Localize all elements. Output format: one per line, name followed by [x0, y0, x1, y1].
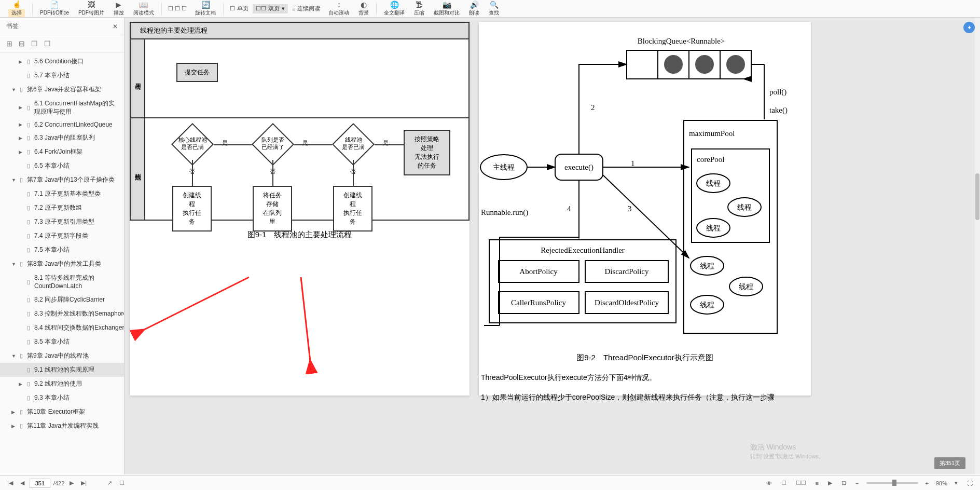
- continuous-button[interactable]: ≡ 连续阅读: [289, 4, 323, 13]
- paragraph-1: ThreadPoolExecutor执行execute方法分下面4种情况。: [481, 373, 795, 383]
- single-page-button[interactable]: ☐ 单页: [227, 4, 252, 13]
- bookmark-node[interactable]: ▯8.2 同步屏障CyclicBarrier: [0, 293, 124, 307]
- page-number-badge: 第351页: [934, 457, 965, 469]
- flow-box-create1: 创建线程执行任务: [172, 186, 212, 232]
- bookmark-node[interactable]: ▯8.4 线程间交换数据的Exchanger: [0, 321, 124, 335]
- zoom-out-button[interactable]: −: [853, 479, 861, 487]
- bookmark-node[interactable]: ▯7.1 原子更新基本类型类: [0, 187, 124, 201]
- svg-text:1: 1: [631, 159, 635, 168]
- screenshot-compare-button[interactable]: 📷截图和对比: [430, 0, 464, 18]
- svg-text:DiscardPolicy: DiscardPolicy: [605, 267, 649, 276]
- separator: [376, 3, 377, 15]
- svg-point-6: [695, 55, 714, 74]
- bookmark-icon[interactable]: ☐: [31, 39, 38, 48]
- bookmark-node[interactable]: ▯7.2 原子更新数组: [0, 201, 124, 215]
- flow-diamond-3: 线程池是否已满: [332, 129, 375, 160]
- flow-diamond-1: 核心线程池是否已满: [171, 129, 214, 160]
- flow-diamond-2: 队列是否已经满了: [252, 129, 294, 160]
- small-btn[interactable]: ☐ ☐ ☐: [165, 4, 190, 13]
- layout3-icon[interactable]: ≡: [813, 479, 821, 487]
- last-page-button[interactable]: ▶|: [79, 479, 89, 487]
- zoom-value: 98%: [936, 480, 947, 486]
- sidebar-title: 书签: [6, 22, 19, 31]
- flow-title: 线程池的主要处理流程: [131, 23, 468, 39]
- bookmark-node[interactable]: ▯8.1 等待多线程完成的CountDownLatch: [0, 271, 124, 293]
- bookmark-node[interactable]: ▯7.5 本章小结: [0, 243, 124, 257]
- tool-a-icon[interactable]: ↗: [105, 479, 114, 487]
- expand-icon[interactable]: ⊞: [6, 39, 12, 48]
- next-page-button[interactable]: ▶: [67, 479, 76, 487]
- collapse-icon[interactable]: ⊟: [19, 39, 25, 48]
- tool-b-icon[interactable]: ☐: [117, 479, 127, 487]
- bookmark-node[interactable]: ▶▯6.3 Java中的阻塞队列: [0, 131, 124, 145]
- prev-page-button[interactable]: ◀: [18, 479, 26, 487]
- zoom-in-button[interactable]: +: [923, 479, 931, 487]
- first-page-button[interactable]: |◀: [5, 479, 15, 487]
- bookmark-node[interactable]: ▶▯第10章 Executor框架: [0, 405, 124, 419]
- bookmark-node[interactable]: ▯8.3 控制并发线程数的Semaphore: [0, 307, 124, 321]
- svg-text:execute(): execute(): [564, 163, 593, 172]
- full-translate-button[interactable]: 🌐全文翻译: [380, 0, 409, 18]
- bookmark-node[interactable]: ▯6.5 本章小结: [0, 159, 124, 173]
- yes-label: 是: [383, 139, 389, 147]
- svg-text:主线程: 主线程: [493, 163, 515, 171]
- layout2-icon[interactable]: ☐☐: [794, 479, 808, 487]
- double-page-button[interactable]: ☐☐ 双页 ▾: [253, 4, 288, 13]
- bookmark-node[interactable]: ▯5.7 本章小结: [0, 69, 124, 83]
- diagram-9-2: BlockingQueue<Runnable> poll() take() 主线…: [479, 22, 811, 344]
- svg-text:take(): take(): [769, 106, 788, 115]
- read-mode-button[interactable]: 📖阅读模式: [129, 0, 158, 18]
- bookmark-node[interactable]: ▯8.5 本章小结: [0, 335, 124, 349]
- layout1-icon[interactable]: ☐: [779, 479, 789, 487]
- bookmark-node[interactable]: ▶▯5.6 Condition接口: [0, 55, 124, 69]
- bookmark-node[interactable]: ▯7.3 原子更新引用类型: [0, 215, 124, 229]
- zoom-dropdown-icon[interactable]: ▾: [953, 479, 960, 487]
- svg-text:AbortPolicy: AbortPolicy: [519, 267, 558, 276]
- assist-badge-icon[interactable]: ✦: [963, 22, 975, 33]
- scrollbar-thumb[interactable]: [975, 173, 979, 220]
- svg-text:线程: 线程: [706, 179, 721, 187]
- expand-icon[interactable]: ⛶: [965, 479, 975, 487]
- fit-icon[interactable]: ⊡: [839, 479, 848, 487]
- bookmark-node[interactable]: ▯9.1 线程池的实现原理: [0, 363, 124, 377]
- content-scrollbar[interactable]: [975, 18, 980, 474]
- auto-scroll-button[interactable]: ↕自动滚动: [324, 0, 353, 18]
- separator: [223, 3, 224, 15]
- svg-text:线程: 线程: [706, 224, 721, 232]
- bookmark2-icon[interactable]: ☐: [44, 39, 51, 48]
- zoom-slider[interactable]: [866, 482, 918, 484]
- page-number-input[interactable]: [30, 479, 50, 488]
- read-aloud-button[interactable]: 🔊朗读: [465, 0, 484, 18]
- bookmark-node[interactable]: ▼▯第6章 Java并发容器和框架: [0, 83, 124, 97]
- read-icon[interactable]: ▶: [826, 479, 834, 487]
- play-button[interactable]: ▶播放: [109, 0, 128, 18]
- flow-box-store: 将任务存储在队列里: [253, 186, 292, 232]
- rotate-button[interactable]: 🔄旋转文档: [191, 0, 220, 18]
- bookmark-node[interactable]: ▯9.3 本章小结: [0, 391, 124, 405]
- bookmark-node[interactable]: ▶▯第11章 Java并发编程实践: [0, 419, 124, 433]
- bookmark-node[interactable]: ▯7.4 原子更新字段类: [0, 229, 124, 243]
- bookmark-node[interactable]: ▼▯第9章 Java中的线程池: [0, 349, 124, 363]
- flow-box-submit: 提交任务: [176, 63, 218, 82]
- compress-button[interactable]: 🗜压缩: [410, 0, 429, 18]
- pdf-to-image-button[interactable]: 🖼PDF转图片: [74, 0, 108, 18]
- bookmark-node[interactable]: ▶▯6.4 Fork/Join框架: [0, 145, 124, 159]
- yes-label: 是: [302, 139, 308, 147]
- document-viewport[interactable]: 线程池的主要处理流程 使用者 提交任务 线程池: [125, 18, 980, 474]
- bookmark-node[interactable]: ▼▯第7章 Java中的13个原子操作类: [0, 173, 124, 187]
- figure-caption-2: 图9-2 ThreadPoolExecutor执行示意图: [479, 353, 811, 363]
- bookmark-node[interactable]: ▶▯6.1 ConcurrentHashMap的实现原理与使用: [0, 97, 124, 118]
- windows-watermark: 激活 Windows 转到"设置"以激活 Windows。: [750, 442, 825, 461]
- separator: [32, 3, 33, 15]
- background-button[interactable]: ◐背景: [354, 0, 373, 18]
- select-tool[interactable]: ☝选择: [4, 0, 29, 18]
- bookmark-node[interactable]: ▶▯6.2 ConcurrentLinkedQueue: [0, 118, 124, 131]
- view-icon[interactable]: 👁: [764, 479, 774, 487]
- bookmark-node[interactable]: ▶▯9.2 线程池的使用: [0, 377, 124, 391]
- bookmark-node[interactable]: ▼▯第8章 Java中的并发工具类: [0, 257, 124, 271]
- find-button[interactable]: 🔍查找: [485, 0, 503, 18]
- pdf-to-office-button[interactable]: 📄PDF转Office: [36, 0, 73, 18]
- close-sidebar-icon[interactable]: ✕: [113, 23, 118, 30]
- svg-text:线程: 线程: [739, 282, 753, 291]
- svg-text:poll(): poll(): [769, 88, 786, 97]
